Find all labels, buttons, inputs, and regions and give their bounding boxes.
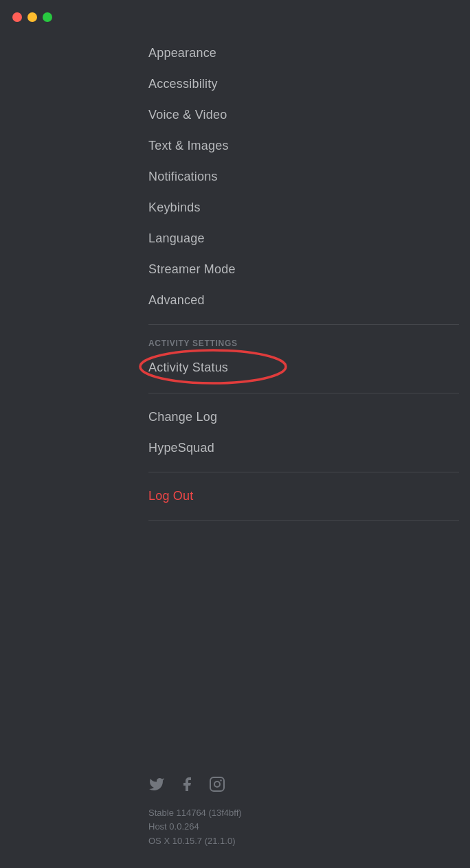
- instagram-link[interactable]: [209, 776, 225, 792]
- version-stable: Stable 114764 (13f4bff): [148, 806, 459, 821]
- logout-button[interactable]: Log Out: [137, 482, 470, 510]
- window-controls: [0, 0, 65, 29]
- nav-item-voice-video[interactable]: Voice & Video: [137, 101, 470, 129]
- nav-item-text-images[interactable]: Text & Images: [137, 132, 470, 160]
- svg-point-3: [220, 779, 221, 781]
- settings-nav: Appearance Accessibility Voice & Video T…: [0, 38, 470, 768]
- nav-item-notifications[interactable]: Notifications: [137, 163, 470, 191]
- twitter-icon: [148, 776, 165, 792]
- twitter-link[interactable]: [148, 776, 165, 792]
- social-links: [137, 768, 470, 801]
- nav-divider-3: [148, 472, 459, 472]
- version-os: OS X 10.15.7 (21.1.0): [148, 834, 459, 849]
- nav-item-language[interactable]: Language: [137, 225, 470, 253]
- facebook-link[interactable]: [179, 776, 195, 792]
- nav-item-advanced[interactable]: Advanced: [137, 286, 470, 315]
- nav-divider-4: [148, 520, 459, 521]
- version-host: Host 0.0.264: [148, 820, 459, 834]
- maximize-button[interactable]: [43, 12, 52, 22]
- nav-item-appearance[interactable]: Appearance: [137, 39, 470, 67]
- nav-divider-1: [148, 324, 459, 325]
- nav-item-activity-status[interactable]: Activity Status: [137, 354, 239, 382]
- nav-item-keybinds[interactable]: Keybinds: [137, 194, 470, 222]
- svg-point-2: [214, 781, 220, 787]
- close-button[interactable]: [12, 12, 22, 22]
- nav-item-accessibility[interactable]: Accessibility: [137, 70, 470, 98]
- minimize-button[interactable]: [27, 12, 37, 22]
- nav-divider-2: [148, 393, 459, 393]
- nav-item-change-log[interactable]: Change Log: [137, 403, 470, 431]
- activity-settings-label: ACTIVITY SETTINGS: [137, 333, 470, 351]
- svg-rect-1: [210, 777, 224, 791]
- instagram-icon: [209, 776, 225, 792]
- nav-item-hypesquad[interactable]: HypeSquad: [137, 434, 470, 462]
- version-info: Stable 114764 (13f4bff) Host 0.0.264 OS …: [137, 801, 470, 854]
- nav-item-streamer-mode[interactable]: Streamer Mode: [137, 255, 470, 284]
- facebook-icon: [179, 776, 195, 792]
